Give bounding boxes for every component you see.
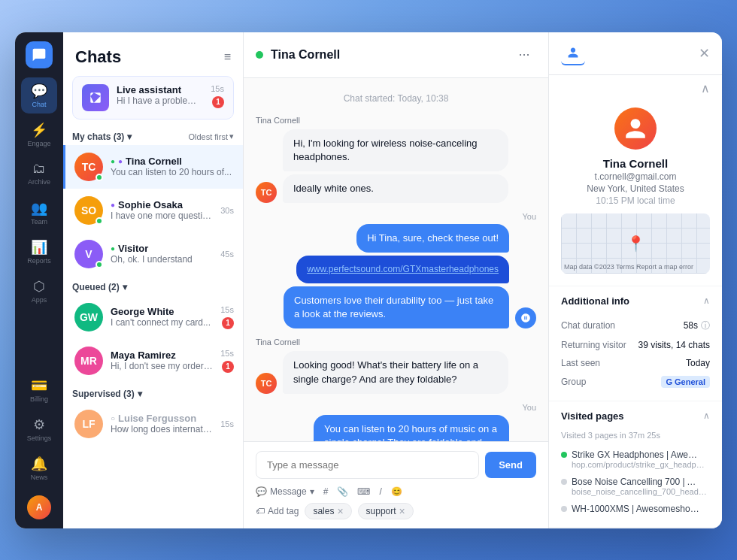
nav-item-apps[interactable]: ⬡ Apps — [21, 273, 57, 309]
avatar-sophie: SO — [74, 196, 103, 225]
message-type-selector[interactable]: 💬 Message ▾ — [256, 486, 314, 497]
info-icon-duration: ⓘ — [701, 319, 710, 332]
team-icon: 👥 — [31, 200, 47, 216]
send-button[interactable]: Send — [485, 452, 536, 478]
supervised-title[interactable]: Supervised (3) ▾ — [72, 389, 142, 399]
profile-collapse-button[interactable]: ∧ — [701, 81, 710, 95]
live-assistant-meta: 15s 1 — [211, 84, 224, 108]
live-assistant-preview: Hi I have a problem with my acco... — [117, 95, 203, 106]
nav-item-reports[interactable]: 📊 Reports — [21, 234, 57, 270]
profile-section: Tina Cornell t.cornell@gmail.com New Yor… — [549, 95, 722, 286]
msg-sender-tina-1: Tina Cornell — [256, 116, 300, 125]
chat-meta-george: 15s 1 — [220, 305, 234, 329]
nav-item-chat[interactable]: 💬 Chat — [21, 77, 57, 114]
live-assistant-content: Live assistant Hi I have a problem with … — [117, 84, 203, 106]
visited-url-1: hop.com/product/strike_gx_headphones.htm… — [572, 460, 707, 469]
kb-button[interactable]: ⌨ — [357, 486, 370, 497]
visited-dot-1 — [561, 452, 567, 458]
bubble-out-1: Hi Tina, sure, check these out! — [356, 224, 509, 253]
chat-item-luise[interactable]: LF ○ Luise Fergusson How long does inter… — [63, 402, 243, 446]
slash-button[interactable]: / — [379, 486, 381, 497]
you-label-2: You — [522, 403, 536, 412]
online-indicator — [96, 174, 103, 181]
info-key-lastseen: Last seen — [561, 358, 600, 368]
nav-item-settings[interactable]: ⚙ Settings — [21, 411, 57, 447]
additional-info-header[interactable]: Additional info ∧ — [549, 286, 722, 316]
add-tag-button[interactable]: 🏷 Add tag — [256, 506, 299, 516]
chat-time-george: 15s — [220, 305, 234, 314]
emoji-button[interactable]: 😊 — [391, 486, 402, 497]
rp-tab-profile[interactable] — [561, 41, 585, 65]
chat-time-maya: 15s — [220, 349, 234, 358]
hashtag-button[interactable]: # — [323, 486, 329, 497]
bubble-link: www.perfectsound.com/GTXmasterheadphones — [296, 256, 509, 283]
visited-pages-title: Visited pages — [561, 410, 624, 422]
apps-icon: ⬡ — [33, 278, 45, 295]
visited-item-1[interactable]: Strike GX Headphones | Awesomesh... hop.… — [561, 446, 710, 473]
chat-item-sophie[interactable]: SO ● Sophie Osaka I have one more questi… — [63, 189, 243, 232]
chat-name-visitor: ● Visitor — [111, 243, 213, 254]
chat-name-sophie: ● Sophie Osaka — [111, 199, 213, 210]
nav-item-billing[interactable]: 💳 Billing — [21, 372, 57, 408]
info-row-lastseen: Last seen Today — [561, 354, 710, 372]
chat-item-tina[interactable]: TC ● ● Tina Cornell You can listen to 20… — [63, 145, 243, 189]
visited-pages-header[interactable]: Visited pages ∧ — [549, 401, 722, 431]
tag-sales-remove[interactable]: × — [337, 506, 343, 516]
close-panel-button[interactable]: ✕ — [699, 45, 710, 62]
filter-icon[interactable]: ≡ — [224, 50, 231, 64]
nav-item-archive[interactable]: 🗂 Archive — [21, 156, 57, 192]
visited-subtitle: Visited 3 pages in 37m 25s — [561, 431, 710, 440]
visited-item-2[interactable]: Bose Noise Cancelling 700 | Aweso... boi… — [561, 473, 710, 500]
live-assistant-badge: 1 — [212, 96, 224, 108]
nav-label-chat: Chat — [32, 101, 46, 108]
you-label-1: You — [522, 212, 536, 221]
chat-item-visitor[interactable]: V ● Visitor Oh, ok. I understand 45s — [63, 232, 243, 276]
msg-avatar-tina-2: TC — [256, 373, 277, 394]
message-group-incoming-2: Tina Cornell TC Looking good! What's the… — [256, 338, 536, 393]
visited-url-2: boise_noise_cancelling_700_headphones.ht… — [572, 487, 707, 496]
chat-header-left: Tina Cornell — [256, 48, 340, 62]
tag-sales: sales × — [305, 503, 351, 519]
badge-george: 1 — [222, 317, 234, 329]
map-placeholder: 📍 Map data ©2023 Terms Report a map erro… — [561, 213, 710, 274]
chat-item-maya[interactable]: MR Maya Ramirez Hi, I don't see my order… — [63, 339, 243, 383]
nav-item-team[interactable]: 👥 Team — [21, 195, 57, 231]
sidebar: Chats ≡ Live assistant Hi I have a probl… — [63, 32, 244, 528]
online-dot — [256, 51, 263, 59]
more-options-button[interactable]: ··· — [512, 43, 536, 67]
my-chats-title[interactable]: My chats (3) ▾ — [72, 132, 132, 142]
queued-title[interactable]: Queued (2) ▾ — [72, 282, 127, 292]
nav-item-news[interactable]: 🔔 News — [21, 450, 57, 486]
visited-item-3[interactable]: WH-1000XMS | Awesomeshop... — [561, 500, 710, 518]
app-logo[interactable] — [26, 41, 53, 68]
profile-location: New York, United States — [561, 183, 710, 194]
msg-avatar-tina: TC — [256, 182, 277, 203]
news-icon: 🔔 — [31, 456, 47, 472]
nav-label-settings: Settings — [27, 434, 52, 442]
chat-content-visitor: ● Visitor Oh, ok. I understand — [111, 243, 213, 265]
chat-preview-sophie: I have one more question. Could... — [111, 210, 213, 221]
user-avatar[interactable]: A — [27, 495, 51, 519]
chat-preview-maya: Hi, I don't see my order on the list... — [111, 361, 213, 371]
tag-support-remove[interactable]: × — [399, 506, 405, 516]
visited-dot-3 — [561, 506, 567, 512]
chat-time-sophie: 30s — [220, 206, 234, 215]
chat-header: Tina Cornell ··· — [244, 32, 548, 78]
attachment-button[interactable]: 📎 — [337, 486, 348, 497]
info-row-returning: Returning visitor 39 visits, 14 chats — [561, 336, 710, 354]
live-assistant-card[interactable]: Live assistant Hi I have a problem with … — [72, 76, 234, 120]
chat-preview-visitor: Oh, ok. I understand — [111, 254, 213, 265]
avatar-maya: MR — [74, 347, 103, 375]
chat-name-george: George White — [111, 306, 213, 317]
group-badge: G General — [661, 376, 710, 388]
badge-maya: 1 — [222, 361, 234, 373]
chat-item-george[interactable]: GW George White I can't connect my card.… — [63, 295, 243, 339]
nav-label-engage: Engage — [27, 140, 50, 147]
additional-info-title: Additional info — [561, 295, 629, 307]
msg-row-out-2: You can listen to 20 hours of music on a… — [314, 415, 536, 441]
visited-text-1: Strike GX Headphones | Awesomesh... — [572, 450, 699, 460]
nav-item-engage[interactable]: ⚡ Engage — [21, 117, 57, 153]
map-label: Map data ©2023 Terms Report a map error — [564, 263, 693, 271]
message-input[interactable] — [256, 451, 479, 479]
sort-selector[interactable]: Oldest first ▾ — [188, 132, 234, 141]
